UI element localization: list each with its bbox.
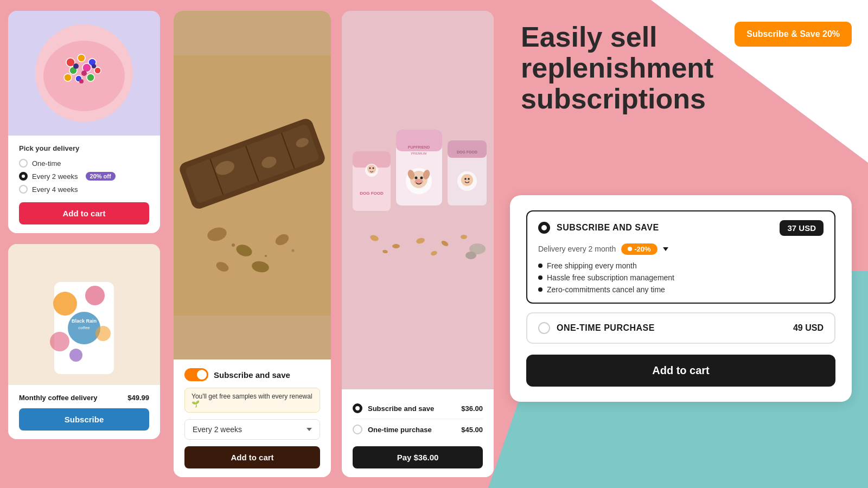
coffee-product-image: Black Rain coffee xyxy=(8,244,160,385)
subscribe-toggle-row[interactable]: Subscribe and save xyxy=(184,368,320,381)
discount-badge: -20% xyxy=(621,243,657,255)
svg-point-65 xyxy=(464,178,467,180)
delivery-heading: Pick your delivery xyxy=(19,144,149,152)
benefit-item-1: Free shipping every month xyxy=(538,261,824,270)
cereal-add-to-cart-button[interactable]: Add to cart xyxy=(19,202,149,224)
svg-point-40 xyxy=(292,249,295,252)
frequency-select[interactable]: Every 2 weeks xyxy=(184,419,320,440)
widget-subscribe-title: SUBSCRIBE AND SAVE xyxy=(557,223,659,233)
svg-point-12 xyxy=(81,70,87,76)
subscription-widget: SUBSCRIBE AND SAVE 37 USD Delivery every… xyxy=(510,195,852,402)
dog-onetime-option[interactable]: One-time purchase $45.00 xyxy=(353,419,483,440)
widget-subscribe-price: 37 USD xyxy=(780,220,824,236)
widget-subscribe-option[interactable]: SUBSCRIBE AND SAVE 37 USD Delivery every… xyxy=(526,210,835,304)
svg-point-10 xyxy=(87,74,94,81)
dog-column: DOG FOOD PUPFRIEND PREMIUM xyxy=(336,0,499,488)
dog-food-product-image: DOG FOOD PUPFRIEND PREMIUM xyxy=(342,11,494,389)
delivery-chevron-icon[interactable] xyxy=(663,247,668,251)
dog-subscribe-option[interactable]: Subscribe and save $36.00 xyxy=(353,398,483,419)
delivery-frequency-row: Delivery every 2 month -20% xyxy=(538,243,824,255)
svg-point-48 xyxy=(373,168,374,169)
svg-text:PREMIUM: PREMIUM xyxy=(411,152,426,155)
svg-point-55 xyxy=(415,177,418,179)
widget-onetime-title: ONE-TIME PURCHASE xyxy=(557,323,655,333)
svg-point-20 xyxy=(95,326,111,341)
chocolate-bar-illustration xyxy=(174,55,331,316)
dog-food-illustration: DOG FOOD PUPFRIEND PREMIUM xyxy=(342,86,494,314)
option-every-2-weeks[interactable]: Every 2 weeks 20% off xyxy=(19,172,149,181)
svg-point-19 xyxy=(50,332,69,351)
delivery-frequency-label: Delivery every 2 month xyxy=(538,245,616,253)
option-one-time[interactable]: One-time xyxy=(19,159,149,168)
hero-title: Easily sell replenishment subscriptions xyxy=(521,22,760,115)
dog-subscribe-label: Subscribe and save xyxy=(368,404,434,413)
benefit-dot-2 xyxy=(538,275,542,280)
dog-subscribe-radio xyxy=(353,403,362,413)
card-chocolate: Subscribe and save You'll get free sampl… xyxy=(174,11,331,477)
card-cereal: Pick your delivery One-time Every 2 week… xyxy=(8,11,160,233)
card-coffee: Black Rain coffee Monthly coffee deliver… xyxy=(8,244,160,439)
dog-onetime-label: One-time purchase xyxy=(368,426,432,434)
cereal-card-body: Pick your delivery One-time Every 2 week… xyxy=(8,136,160,233)
svg-point-47 xyxy=(369,168,371,169)
svg-point-75 xyxy=(465,252,476,259)
coffee-subscribe-button[interactable]: Subscribe xyxy=(19,408,149,431)
choc-card-body: Subscribe and save You'll get free sampl… xyxy=(174,359,331,477)
svg-text:DOG FOOD: DOG FOOD xyxy=(360,191,384,196)
widget-add-to-cart-button[interactable]: Add to cart xyxy=(526,355,835,387)
coffee-product-price: $49.99 xyxy=(127,394,149,402)
svg-point-39 xyxy=(265,255,267,257)
benefit-dot-3 xyxy=(538,287,542,292)
right-column: Easily sell replenishment subscriptions … xyxy=(499,0,868,488)
widget-subscribe-left: SUBSCRIBE AND SAVE xyxy=(538,222,659,234)
svg-text:coffee: coffee xyxy=(78,325,90,330)
dog-subscribe-option-left: Subscribe and save xyxy=(353,403,434,413)
cereal-bowl-illustration xyxy=(30,19,138,127)
svg-text:DOG FOOD: DOG FOOD xyxy=(457,150,477,154)
radio-every-2-weeks[interactable] xyxy=(19,172,28,181)
card-dog-food: DOG FOOD PUPFRIEND PREMIUM xyxy=(342,11,494,477)
widget-onetime-option[interactable]: ONE-TIME PURCHASE 49 USD xyxy=(526,312,835,344)
svg-point-14 xyxy=(79,79,84,84)
widget-subscribe-radio xyxy=(538,222,550,234)
coffee-card-body: Monthly coffee delivery $49.99 Subscribe xyxy=(8,385,160,439)
benefit-item-2: Hassle free subscription management xyxy=(538,273,824,282)
dog-pay-button[interactable]: Pay $36.00 xyxy=(353,446,483,468)
left-column: Pick your delivery One-time Every 2 week… xyxy=(0,0,168,488)
option-every-4-weeks[interactable]: Every 4 weeks xyxy=(19,185,149,194)
dog-onetime-option-left: One-time purchase xyxy=(353,425,432,434)
widget-onetime-left: ONE-TIME PURCHASE xyxy=(538,322,655,334)
cereal-product-image xyxy=(8,11,160,136)
benefits-list: Free shipping every month Hassle free su… xyxy=(538,261,824,294)
svg-point-68 xyxy=(392,244,400,248)
svg-point-57 xyxy=(414,179,423,184)
frequency-label: Every 2 weeks xyxy=(193,425,242,434)
discount-badge: 20% off xyxy=(86,172,116,181)
subscribe-toggle[interactable] xyxy=(184,368,208,381)
svg-rect-61 xyxy=(448,140,487,158)
widget-onetime-price: 49 USD xyxy=(793,323,824,333)
widget-onetime-radio xyxy=(538,322,550,334)
dog-card-body: Subscribe and save $36.00 One-time purch… xyxy=(342,389,494,477)
svg-point-8 xyxy=(64,74,72,81)
radio-one-time[interactable] xyxy=(19,159,28,168)
coffee-product-name: Monthly coffee delivery xyxy=(19,394,97,402)
svg-point-71 xyxy=(461,235,467,239)
dog-onetime-radio xyxy=(353,425,362,434)
subscribe-save-hero-button[interactable]: Subscribe & Save 20% xyxy=(735,22,852,47)
subscribe-toggle-label: Subscribe and save xyxy=(214,370,290,380)
frequency-chevron-icon xyxy=(307,428,312,431)
widget-subscribe-header: SUBSCRIBE AND SAVE 37 USD xyxy=(538,220,824,236)
toggle-thumb xyxy=(197,370,207,380)
svg-point-66 xyxy=(468,178,470,180)
radio-every-4-weeks[interactable] xyxy=(19,185,28,194)
svg-point-64 xyxy=(461,174,473,186)
delivery-options: One-time Every 2 weeks 20% off Every 4 w… xyxy=(19,159,149,194)
choc-add-to-cart-button[interactable]: Add to cart xyxy=(184,446,320,468)
svg-point-56 xyxy=(420,177,423,179)
free-samples-badge: You'll get free samples with every renew… xyxy=(184,388,320,413)
svg-point-16 xyxy=(53,292,77,316)
chocolate-product-image xyxy=(174,11,331,359)
svg-text:Black Rain: Black Rain xyxy=(72,318,97,324)
benefit-item-3: Zero-commitments cancel any time xyxy=(538,285,824,294)
